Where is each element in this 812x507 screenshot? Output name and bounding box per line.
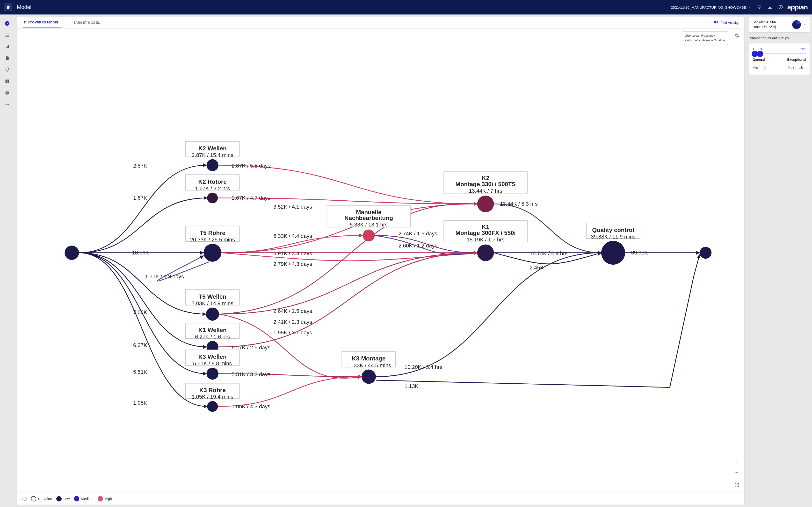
svg-text:K1 Wellen: K1 Wellen [198,327,227,333]
find-activity-label: Find Activity [720,21,739,24]
svg-text:2.87K: 2.87K [133,163,147,169]
svg-rect-9 [6,47,6,48]
svg-rect-6 [6,35,9,36]
svg-text:Nachbearbeitung: Nachbearbeitung [344,215,393,221]
svg-text:K1: K1 [481,224,489,230]
svg-rect-14 [7,81,9,83]
svg-text:K2 Rotore: K2 Rotore [198,178,227,185]
svg-text:Manuelle: Manuelle [356,209,382,215]
legend-high: High [98,496,112,501]
svg-text:K3 Rohre: K3 Rohre [199,387,226,393]
help-icon[interactable]: ? [778,5,783,10]
svg-point-82 [363,230,374,241]
svg-text:2.87K / 5.5 days: 2.87K / 5.5 days [232,163,270,169]
svg-text:?: ? [780,6,781,8]
lightbulb-icon[interactable] [5,67,10,72]
svg-text:13.44K / 7 hrs: 13.44K / 7 hrs [469,188,502,194]
svg-point-86 [361,370,376,384]
zoom-in-button[interactable]: + [734,459,740,465]
svg-point-73 [207,368,218,380]
svg-point-19 [7,104,7,105]
bar-chart-icon[interactable] [5,44,10,49]
dataset-dropdown[interactable]: 2021-11-26_MANUFACTURING_SHOWCASE [671,5,751,9]
svg-text:Quality control: Quality control [592,227,634,233]
svg-rect-3 [6,34,6,34]
tabs-row: DISCOVERED MODEL TARGET MODEL Find Activ… [17,17,744,29]
svg-text:Montage 330i / 500TS: Montage 330i / 500TS [456,181,516,187]
svg-text:10.20K / 3.4 hrs: 10.20K / 3.4 hrs [405,364,443,370]
svg-point-77 [207,401,218,412]
process-graph-canvas[interactable]: 2.87K1.67K18.56K7.03K6.27K5.51K1.05K2.87… [17,29,744,493]
svg-text:5.51K: 5.51K [133,369,147,375]
svg-rect-17 [7,93,8,94]
svg-text:3.52K / 4.1 days: 3.52K / 4.1 days [273,204,312,210]
find-activity-button[interactable]: Find Activity [714,20,739,25]
download-icon[interactable] [767,5,772,10]
variant-slider[interactable] [753,53,806,54]
cpu-icon[interactable] [5,90,10,96]
gear-icon[interactable] [734,33,740,38]
chevron-right-icon [803,22,806,27]
zoom-out-button[interactable]: − [734,469,740,475]
color-metric-label: Color metric: Average Duration [685,38,725,43]
svg-point-49 [64,245,79,260]
min-input[interactable] [760,64,770,71]
svg-point-96 [477,244,494,261]
tab-target-model[interactable]: TARGET MODEL [72,17,101,28]
loading-spinner-icon [22,497,27,501]
more-icon[interactable] [5,102,10,107]
legend-low: Low [56,496,70,501]
tab-discovered-model[interactable]: DISCOVERED MODEL [23,17,61,28]
topbar: Model 2021-11-26_MANUFACTURING_SHOWCASE … [0,0,812,14]
svg-text:18.19K / 1.7 hrs: 18.19K / 1.7 hrs [467,237,505,243]
svg-text:Montage 300FX / 550i: Montage 300FX / 550i [456,230,516,236]
svg-text:39.38K: 39.38K [631,249,648,256]
svg-point-65 [206,307,219,321]
legend-medium: Medium [74,496,93,501]
svg-text:1.67K / 3.2 hrs: 1.67K / 3.2 hrs [195,185,230,191]
svg-text:1.05K: 1.05K [133,400,147,406]
showing-cases-card[interactable]: Showing 42966 cases (59.72%) [749,17,810,32]
right-panel: Showing 42966 cases (59.72%) Number of V… [749,17,810,505]
max-label: Max [788,66,794,69]
svg-text:T5 Wellen: T5 Wellen [199,293,226,300]
variant-range-display: 1 - 18 [753,47,762,51]
svg-point-100 [601,241,625,265]
svg-rect-10 [7,46,7,48]
svg-text:1.77K / 1.3 days: 1.77K / 1.3 days [145,274,184,280]
filter-icon[interactable] [757,5,762,10]
svg-rect-8 [6,36,9,37]
svg-text:18.56K: 18.56K [132,249,149,256]
svg-text:6.91K / 3.3 days: 6.91K / 3.3 days [273,250,312,257]
legend: No Value Low Medium High [17,493,744,505]
metric-info-box: Size metric: Frequency Color metric: Ave… [682,32,728,45]
svg-text:5.51K / 3.2 days: 5.51K / 3.2 days [232,371,270,377]
svg-text:5.51K / 8.8 mins: 5.51K / 8.8 mins [193,360,232,367]
svg-text:11.33K / 44.5 mins: 11.33K / 44.5 mins [346,362,391,369]
list-icon[interactable] [5,32,10,38]
slider-thumb-max[interactable] [757,51,763,57]
svg-text:6.27K: 6.27K [133,342,147,348]
svg-point-91 [477,195,494,212]
svg-rect-11 [8,45,9,48]
svg-text:2.64K / 2.5 days: 2.64K / 2.5 days [273,308,312,314]
svg-point-57 [207,193,218,203]
variant-groups-card: 1 - 18 152 General Exceptional Min [749,44,810,74]
svg-text:2.74K / 1.5 days: 2.74K / 1.5 days [399,231,437,237]
clipboard-icon[interactable] [5,56,10,61]
svg-point-18 [6,104,6,105]
chevron-down-icon [748,5,751,9]
app-logo-icon[interactable] [4,3,12,11]
compass-icon[interactable] [5,21,10,26]
svg-point-61 [203,244,221,262]
zoom-controls: + − [734,459,740,475]
max-input[interactable] [796,64,806,71]
svg-rect-7 [6,36,6,37]
page-title: Model [17,4,32,10]
svg-text:1.67K: 1.67K [133,195,147,201]
dataset-dropdown-label: 2021-11-26_MANUFACTURING_SHOWCASE [671,5,746,9]
fullscreen-icon[interactable] [735,483,739,487]
dashboard-icon[interactable] [5,79,10,84]
svg-point-101 [700,247,711,259]
min-label: Min [753,66,758,69]
